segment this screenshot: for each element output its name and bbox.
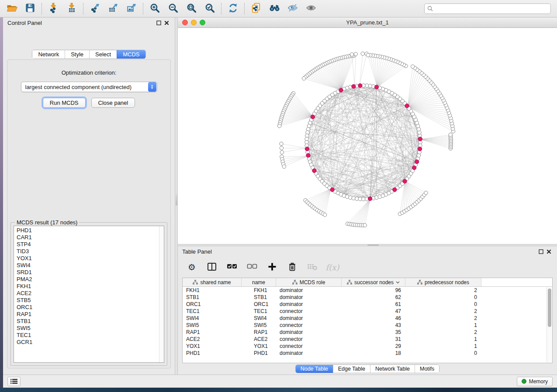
table-row[interactable]: TEC1TEC1connector472	[183, 308, 552, 315]
close-panel-icon[interactable]	[163, 19, 170, 26]
tab-network-table[interactable]: Network Table	[370, 365, 415, 373]
gear-icon: ⚙	[188, 262, 196, 272]
mcds-list-scrollbar[interactable]	[159, 226, 164, 362]
tab-style[interactable]: Style	[65, 50, 89, 58]
cell-MCDS-role: connector	[276, 343, 342, 349]
mcds-result-item[interactable]: STP4	[17, 241, 159, 248]
splitter-grip[interactable]	[367, 244, 379, 246]
mcds-result-item[interactable]: ORC1	[17, 304, 159, 311]
table-row[interactable]: SWI5SWI5connector431	[183, 322, 552, 329]
float-panel-icon[interactable]	[155, 19, 163, 26]
select-all-columns-button[interactable]	[227, 262, 237, 272]
table-row[interactable]: YOX1YOX1connector291	[183, 343, 552, 350]
table-row[interactable]: ORC1ORC1dominator610	[183, 301, 552, 308]
table-row[interactable]: PHD1PHD1dominator180	[183, 350, 552, 357]
tab-motifs[interactable]: Motifs	[415, 365, 439, 373]
mcds-result-item[interactable]: TID3	[17, 248, 159, 255]
zoom-in-button[interactable]	[147, 2, 162, 15]
show-all-button[interactable]	[304, 2, 318, 15]
splitter-grip[interactable]	[176, 194, 177, 206]
zoom-selected-button[interactable]	[202, 2, 217, 15]
vertical-splitter[interactable]	[175, 17, 178, 375]
optimization-criterion-select[interactable]: largest connected component (undirected)…	[21, 82, 157, 92]
close-panel-button[interactable]: Close panel	[91, 98, 135, 108]
show-panels-button[interactable]	[7, 377, 21, 386]
tab-edge-table[interactable]: Edge Table	[333, 365, 370, 373]
apply-layout-button[interactable]	[225, 2, 240, 15]
cell-name: RAP1	[242, 329, 276, 335]
export-table-icon	[108, 3, 118, 14]
new-network-from-selection-button[interactable]	[249, 2, 263, 15]
mcds-result-item[interactable]: FKH1	[17, 283, 159, 290]
export-table-button[interactable]	[106, 2, 121, 15]
table-row[interactable]: STB1STB1dominator620	[183, 294, 552, 301]
cell-MCDS-role: connector	[276, 308, 342, 314]
column-header-predecessor-nodes[interactable]: predecessor nodes	[405, 278, 481, 286]
run-mcds-button[interactable]: Run MCDS	[43, 98, 86, 108]
import-table-button[interactable]	[64, 2, 79, 15]
cell-successor-nodes: 18	[342, 350, 405, 356]
network-graph[interactable]	[178, 28, 557, 244]
import-network-button[interactable]	[46, 2, 61, 15]
table-row[interactable]: FKH1FKH1dominator962	[183, 287, 552, 294]
network-window: YPA_prune.txt_1	[178, 17, 557, 244]
hide-selected-button[interactable]	[285, 2, 300, 15]
mcds-result-item[interactable]: GCR1	[17, 339, 159, 346]
desktop-wallpaper-bottom	[0, 388, 557, 392]
mcds-result-item[interactable]: STB1	[17, 318, 159, 325]
network-canvas[interactable]	[178, 28, 557, 244]
tab-network[interactable]: Network	[32, 50, 65, 58]
table-scrollbar-thumb[interactable]	[548, 289, 551, 327]
gear-button[interactable]: ⚙	[187, 262, 197, 272]
column-header-shared-name[interactable]: shared name	[183, 278, 242, 286]
search-input[interactable]	[435, 5, 548, 12]
add-column-button[interactable]	[267, 262, 277, 272]
mcds-result-item[interactable]: SWI5	[17, 325, 159, 332]
cell-successor-nodes: 31	[342, 336, 405, 342]
export-image-button[interactable]	[124, 2, 139, 15]
new-network-from-selection-icon	[250, 2, 262, 15]
cell-successor-nodes: 61	[342, 301, 405, 307]
table-row[interactable]: RAP1RAP1dominator352	[183, 329, 552, 336]
sitemap-icon	[417, 280, 422, 285]
zoom-fit-button[interactable]	[184, 2, 199, 15]
find-button[interactable]	[267, 2, 282, 15]
table-row[interactable]: SWI4SWI4dominator462	[183, 315, 552, 322]
zoom-out-button[interactable]	[166, 2, 180, 15]
unselect-all-columns-button[interactable]	[247, 262, 257, 272]
column-header-MCDS-role[interactable]: MCDS role	[276, 278, 342, 286]
search-icon	[427, 6, 433, 11]
memory-button[interactable]: Memory	[517, 377, 553, 386]
mcds-result-list[interactable]: PHD1CAR1STP4TID3YOX1SWI4SRD1PMA2FKH1ACE2…	[14, 226, 164, 363]
search-box[interactable]	[424, 3, 551, 14]
delete-columns-button[interactable]	[287, 262, 298, 272]
column-header-name[interactable]: name	[242, 278, 276, 286]
open-file-button[interactable]	[4, 2, 19, 15]
mcds-result-item[interactable]: CAR1	[17, 234, 159, 241]
column-header-successor-nodes[interactable]: successor nodes	[342, 278, 405, 286]
table-scrollbar[interactable]	[547, 287, 552, 362]
table-row[interactable]: ACE2ACE2connector311	[183, 336, 552, 343]
mcds-result-item[interactable]: PHD1	[17, 227, 159, 234]
mcds-result-item[interactable]: SWI4	[17, 262, 159, 269]
node-table[interactable]: shared namenameMCDS rolesuccessor nodesp…	[182, 278, 553, 363]
cell-shared-name: RAP1	[183, 329, 242, 335]
control-panel-title: Control Panel	[7, 20, 155, 26]
mcds-result-item[interactable]: RAP1	[17, 311, 159, 318]
mcds-result-item[interactable]: STB5	[17, 297, 159, 304]
mcds-result-item[interactable]: TEC1	[17, 332, 159, 339]
mcds-result-item[interactable]: YOX1	[17, 255, 159, 262]
horizontal-splitter[interactable]	[178, 244, 557, 246]
split-view-button[interactable]	[207, 262, 217, 272]
mcds-result-item[interactable]: SRD1	[17, 269, 159, 276]
mcds-result-item[interactable]: PMA2	[17, 276, 159, 283]
close-panel-icon[interactable]	[545, 248, 553, 255]
export-network-button[interactable]	[87, 2, 102, 15]
tab-mcds[interactable]: MCDS	[117, 50, 145, 58]
mcds-result-item[interactable]: ACE2	[17, 290, 159, 297]
tab-node-table[interactable]: Node Table	[296, 365, 333, 373]
tab-select[interactable]: Select	[89, 50, 117, 58]
select-stepper-icon: ▲▼	[148, 82, 156, 92]
save-session-button[interactable]	[23, 2, 38, 15]
float-panel-icon[interactable]	[537, 248, 545, 255]
